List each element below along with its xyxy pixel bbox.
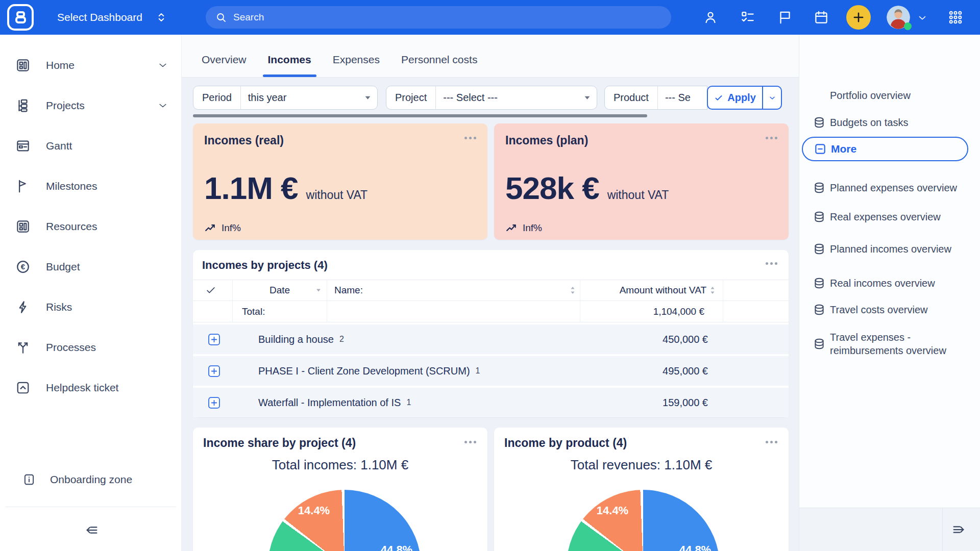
pie-chart[interactable]: 14.4% 44.8% bbox=[567, 490, 720, 551]
sidebar-item-risks[interactable]: Risks bbox=[0, 287, 181, 327]
info-icon bbox=[22, 473, 36, 486]
income-by-product-card: Income by product (4) Total revenues: 1.… bbox=[494, 428, 789, 551]
select-all-cell[interactable] bbox=[193, 280, 233, 300]
table-row[interactable]: Building a house 2 450,000 € bbox=[193, 324, 789, 354]
flag-button[interactable] bbox=[774, 7, 795, 28]
kpi-trend-value: Inf% bbox=[222, 222, 241, 234]
column-header-date[interactable]: Date bbox=[233, 280, 327, 300]
project-entry-count: 1 bbox=[406, 398, 411, 407]
card-menu-button[interactable] bbox=[766, 262, 777, 265]
project-entry-count: 2 bbox=[339, 335, 344, 344]
calendar-button[interactable] bbox=[811, 7, 831, 28]
sidebar-menu: Home Projects Gantt Milestones Resources… bbox=[0, 35, 181, 408]
sidebar-item-label: Risks bbox=[46, 301, 168, 313]
incomes-by-projects-card: Incomes by projects (4) Date Name: Amoun… bbox=[193, 250, 789, 417]
sidebar-item-label: Helpdesk ticket bbox=[46, 382, 168, 394]
kpi-amount: 1.1M € bbox=[204, 170, 298, 206]
top-navigation-bar: Select Dashboard bbox=[0, 0, 980, 35]
panel-item-label: Travel costs overview bbox=[830, 303, 928, 316]
tab-expenses[interactable]: Expenses bbox=[333, 42, 380, 77]
product-select[interactable]: --- Se bbox=[658, 92, 707, 104]
apply-options-button[interactable] bbox=[762, 87, 781, 109]
collapse-sidebar-button[interactable] bbox=[83, 521, 101, 539]
dashboard-selector[interactable]: Select Dashboard bbox=[57, 0, 168, 35]
apply-button[interactable]: Apply bbox=[708, 87, 762, 109]
sidebar-item-processes[interactable]: Processes bbox=[0, 327, 181, 367]
sidebar-item-home[interactable]: Home bbox=[0, 45, 181, 85]
main-content: Overview Incomes Expenses Personnel cost… bbox=[182, 35, 799, 551]
gantt-icon bbox=[15, 138, 31, 154]
avatar-menu-chevron[interactable] bbox=[917, 12, 928, 23]
sidebar-divider bbox=[5, 507, 176, 507]
tab-incomes[interactable]: Incomes bbox=[268, 42, 311, 77]
column-label: Name: bbox=[334, 285, 363, 296]
column-header-name[interactable]: Name: bbox=[327, 280, 580, 300]
kpi-card-title: Incomes (plan) bbox=[505, 134, 588, 147]
sidebar-item-label: Processes bbox=[46, 341, 168, 354]
pie-chart[interactable]: 14.4% 44.8% bbox=[268, 490, 421, 551]
expand-row-icon[interactable] bbox=[208, 334, 220, 345]
panel-item-travel-expenses-reimbursements-overview[interactable]: Travel expenses - reimbursements overvie… bbox=[799, 330, 980, 358]
column-header-amount[interactable]: Amount without VAT bbox=[580, 280, 723, 300]
card-menu-button[interactable] bbox=[464, 137, 476, 139]
sidebar-item-resources[interactable]: Resources bbox=[0, 206, 181, 246]
panel-item-budgets-on-tasks[interactable]: Budgets on tasks bbox=[799, 114, 980, 131]
panel-item-planned-incomes-overview[interactable]: Planned incomes overview bbox=[799, 235, 980, 263]
search-bar[interactable] bbox=[206, 6, 671, 29]
sidebar-item-label: Resources bbox=[46, 220, 168, 233]
resources-icon bbox=[15, 219, 31, 234]
period-select[interactable]: this year bbox=[241, 92, 364, 104]
database-icon bbox=[813, 337, 826, 350]
horizontal-scrollbar[interactable] bbox=[193, 114, 647, 117]
project-name: Waterfall - Implementation of IS bbox=[258, 397, 401, 409]
expand-right-icon bbox=[951, 522, 966, 537]
sidebar-item-budget[interactable]: € Budget bbox=[0, 246, 181, 287]
sidebar-item-helpdesk-ticket[interactable]: Helpdesk ticket bbox=[0, 367, 181, 408]
sidebar-item-milestones[interactable]: Milestones bbox=[0, 166, 181, 206]
search-input[interactable] bbox=[233, 12, 642, 23]
period-filter-label: Period bbox=[193, 92, 240, 104]
panel-item-travel-costs-overview[interactable]: Travel costs overview bbox=[799, 301, 980, 318]
project-name: PHASE I - Client Zone Development (SCRUM… bbox=[258, 365, 470, 377]
kpi-trend-value: Inf% bbox=[523, 222, 542, 234]
expand-row-icon[interactable] bbox=[208, 397, 220, 409]
card-menu-button[interactable] bbox=[766, 441, 777, 443]
card-menu-button[interactable] bbox=[464, 441, 476, 443]
panel-item-planned-expenses-overview[interactable]: Planned expenses overview bbox=[799, 173, 980, 202]
pie-slice-label-clipped: 44.8% bbox=[375, 543, 418, 551]
apply-button-label: Apply bbox=[727, 92, 756, 104]
add-button[interactable] bbox=[846, 5, 871, 30]
table-row[interactable]: PHASE I - Client Zone Development (SCRUM… bbox=[193, 356, 789, 386]
sidebar-item-onboarding-zone[interactable]: Onboarding zone bbox=[0, 466, 181, 493]
expand-row-icon[interactable] bbox=[208, 365, 220, 377]
database-icon bbox=[813, 181, 826, 194]
panel-item-real-incomes-overview[interactable]: Real incomes overview bbox=[799, 274, 980, 292]
chevron-down-icon bbox=[158, 60, 168, 70]
column-header-actions bbox=[723, 280, 789, 300]
plus-icon bbox=[851, 10, 866, 24]
helpdesk-icon bbox=[15, 380, 31, 395]
avatar[interactable] bbox=[887, 6, 910, 29]
total-amount-cell: 1,104,000 € bbox=[580, 301, 723, 322]
panel-item-portfolio-overview[interactable]: Portfolio overview bbox=[799, 87, 980, 104]
total-empty-cell bbox=[327, 301, 580, 322]
apps-grid-button[interactable] bbox=[945, 7, 966, 28]
sidebar-item-gantt[interactable]: Gantt bbox=[0, 126, 181, 166]
tab-personnel-costs[interactable]: Personnel costs bbox=[401, 42, 477, 77]
app-logo[interactable] bbox=[7, 4, 34, 31]
panel-item-more[interactable]: More bbox=[802, 137, 968, 161]
milestone-flag-icon bbox=[15, 179, 31, 194]
project-select[interactable]: --- Select --- bbox=[436, 92, 584, 104]
pie-card-title: Income share by project (4) bbox=[203, 436, 356, 450]
panel-item-real-expenses-overview[interactable]: Real expenses overview bbox=[799, 208, 980, 226]
card-menu-button[interactable] bbox=[766, 137, 777, 139]
table-row[interactable]: Waterfall - Implementation of IS 1 159,0… bbox=[193, 388, 789, 417]
tab-label: Overview bbox=[202, 54, 247, 66]
user-button[interactable] bbox=[700, 7, 721, 28]
sidebar-item-projects[interactable]: Projects bbox=[0, 85, 181, 126]
tab-overview[interactable]: Overview bbox=[202, 42, 247, 77]
kpi-card-incomes-real: Incomes (real) 1.1M € without VAT Inf% bbox=[193, 123, 487, 240]
tasks-button[interactable] bbox=[738, 7, 758, 28]
budget-euro-icon: € bbox=[15, 259, 31, 274]
expand-panel-button[interactable] bbox=[949, 520, 968, 539]
